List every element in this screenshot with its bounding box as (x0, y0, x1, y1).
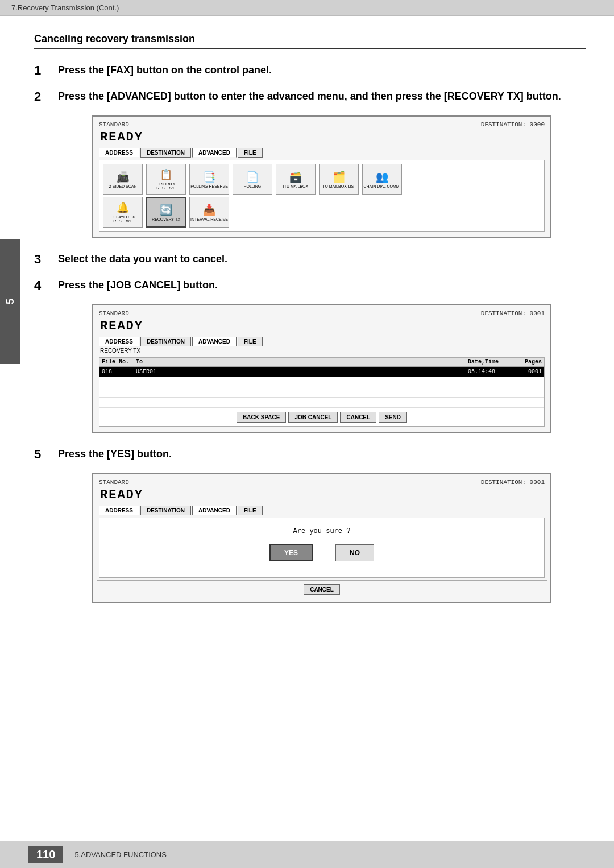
section-heading: Canceling recovery transmission (34, 33, 586, 49)
icon-interval-receive-graphic: 📥 (203, 204, 215, 216)
icon-priority-reserve-label: PRIORITY RESERVE (147, 182, 185, 190)
step-1-number: 1 (34, 63, 52, 78)
screen1-icon-row-1: 📠 2-SIDED SCAN 📋 PRIORITY RESERVE 📑 POLL… (103, 164, 541, 195)
icon-2sided-scan-label: 2-SIDED SCAN (109, 184, 136, 188)
icon-2sided-scan-graphic: 📠 (117, 171, 129, 183)
fax-screen-1: STANDARD DESTINATION: 0000 READY ADDRESS… (92, 115, 551, 238)
icon-priority-reserve[interactable]: 📋 PRIORITY RESERVE (146, 164, 186, 195)
recovery-table: File No. To Date,Time Pages 018 USER01 0… (99, 357, 545, 427)
screen2-section-label: RECOVERY TX (97, 346, 547, 355)
empty-row-2 (99, 377, 544, 387)
icon-delayed-tx[interactable]: 🔔 DELAYED TX RESERVE (103, 197, 143, 228)
screen1-container: STANDARD DESTINATION: 0000 READY ADDRESS… (58, 115, 586, 238)
no-button[interactable]: NO (335, 544, 374, 561)
icon-delayed-tx-label: DELAYED TX RESERVE (103, 215, 142, 223)
cancel-button-screen2[interactable]: CANCEL (340, 412, 376, 423)
icon-2sided-scan[interactable]: 📠 2-SIDED SCAN (103, 164, 143, 195)
screen1-icon-row-2: 🔔 DELAYED TX RESERVE 🔄 RECOVERY TX 📥 INT… (103, 197, 541, 228)
screen3-tabs: ADDRESS DESTINATION ADVANCED FILE (97, 503, 547, 515)
send-button[interactable]: SEND (379, 412, 407, 423)
screen1-tab-destination[interactable]: DESTINATION (140, 148, 191, 158)
icon-chain-dial-label: CHAIN DIAL COMM. (363, 184, 400, 188)
icon-polling-reserve-graphic: 📑 (203, 171, 215, 183)
backspace-button[interactable]: BACK SPACE (237, 412, 286, 423)
screen2-status: READY (97, 318, 547, 334)
icon-interval-receive-label: INTERVAL RECEIVE (190, 217, 228, 221)
screen3-status: READY (97, 487, 547, 503)
main-content: Canceling recovery transmission 1 Press … (0, 16, 614, 639)
icon-chain-dial[interactable]: 👥 CHAIN DIAL COMM. (362, 164, 402, 195)
icon-recovery-tx-label: RECOVERY TX (152, 217, 180, 221)
screen3-container: STANDARD DESTINATION: 0001 READY ADDRESS… (58, 473, 586, 603)
icon-chain-dial-graphic: 👥 (376, 171, 388, 183)
confirm-yes-no: YES NO (109, 544, 535, 561)
screen3-tab-advanced[interactable]: ADVANCED (192, 506, 237, 515)
icon-polling-reserve[interactable]: 📑 POLLING RESERVE (189, 164, 229, 195)
icon-itu-mailbox-list-label: ITU MAILBOX LIST (321, 184, 356, 188)
step-2: 2 Press the [ADVANCED] button to enter t… (34, 89, 586, 104)
footer-label: 5.ADVANCED FUNCTIONS (74, 850, 167, 859)
screen3-tab-file[interactable]: FILE (238, 506, 263, 515)
screen3-tab-address[interactable]: ADDRESS (99, 506, 139, 515)
screen3-tab-destination[interactable]: DESTINATION (140, 506, 191, 515)
step-3-number: 3 (34, 252, 52, 267)
icon-itu-mailbox-graphic: 🗃️ (289, 171, 302, 183)
step-1-text: Press the [FAX] button on the control pa… (58, 63, 272, 77)
icon-polling-reserve-label: POLLING RESERVE (190, 184, 228, 188)
table-row-1[interactable]: 018 USER01 05.14:48 0001 (99, 367, 544, 377)
row1-datetime: 05.14:48 (468, 369, 513, 375)
screen1-tab-file[interactable]: FILE (238, 148, 263, 158)
screen3-dest: DESTINATION: 0001 (481, 479, 545, 486)
icon-itu-mailbox-list[interactable]: 🗂️ ITU MAILBOX LIST (319, 164, 359, 195)
confirm-question: Are you sure ? (109, 527, 535, 535)
screen2-tab-address[interactable]: ADDRESS (99, 337, 139, 346)
icon-recovery-tx[interactable]: 🔄 RECOVERY TX (146, 197, 186, 228)
col-header-fileno: File No. (102, 359, 136, 365)
screen2-tab-advanced[interactable]: ADVANCED (192, 337, 237, 346)
step-4-number: 4 (34, 278, 52, 293)
screen2-tab-file[interactable]: FILE (238, 337, 263, 346)
bottom-bar: 110 5.ADVANCED FUNCTIONS (0, 841, 614, 868)
step-3-text: Select the data you want to cancel. (58, 252, 227, 266)
empty-row-4 (99, 398, 544, 408)
col-header-to: To (136, 359, 468, 365)
recovery-table-header: File No. To Date,Time Pages (99, 358, 544, 367)
yes-button[interactable]: YES (269, 544, 313, 561)
fax-screen-3-top: STANDARD DESTINATION: 0001 (97, 478, 547, 487)
fax-screen-1-top: STANDARD DESTINATION: 0000 (97, 120, 547, 129)
fax-screen-3: STANDARD DESTINATION: 0001 READY ADDRESS… (92, 473, 551, 603)
icon-polling-graphic: 📄 (246, 171, 259, 183)
page-number: 110 (28, 846, 63, 863)
top-bar-label: 7.Recovery Transmission (Cont.) (11, 3, 119, 12)
step-5-number: 5 (34, 447, 52, 462)
empty-row-3 (99, 387, 544, 398)
icon-polling-label: POLLING (244, 184, 261, 188)
screen1-tab-advanced[interactable]: ADVANCED (192, 148, 237, 158)
col-header-datetime: Date,Time (468, 359, 513, 365)
step-3: 3 Select the data you want to cancel. (34, 252, 586, 267)
screen2-tab-destination[interactable]: DESTINATION (140, 337, 191, 346)
confirm-body: Are you sure ? YES NO (99, 518, 545, 578)
screen3-mode: STANDARD (99, 479, 129, 486)
icon-recovery-tx-graphic: 🔄 (160, 204, 172, 216)
icon-interval-receive[interactable]: 📥 INTERVAL RECEIVE (189, 197, 229, 228)
cancel-button-screen3[interactable]: CANCEL (304, 584, 340, 595)
screen2-container: STANDARD DESTINATION: 0001 READY ADDRESS… (58, 304, 586, 433)
screen2-dest: DESTINATION: 0001 (481, 310, 545, 317)
job-cancel-button[interactable]: JOB CANCEL (288, 412, 338, 423)
step-4: 4 Press the [JOB CANCEL] button. (34, 278, 586, 293)
screen2-tabs: ADDRESS DESTINATION ADVANCED FILE (97, 334, 547, 346)
step-4-text: Press the [JOB CANCEL] button. (58, 278, 218, 292)
row1-pages: 0001 (513, 369, 542, 375)
screen1-dest: DESTINATION: 0000 (481, 121, 545, 128)
top-bar: 7.Recovery Transmission (Cont.) (0, 0, 614, 16)
icon-itu-mailbox[interactable]: 🗃️ ITU MAILBOX (276, 164, 316, 195)
icon-delayed-tx-graphic: 🔔 (117, 201, 129, 214)
confirm-cancel-bar: CANCEL (97, 580, 547, 598)
icon-polling[interactable]: 📄 POLLING (233, 164, 272, 195)
icon-itu-mailbox-list-graphic: 🗂️ (333, 171, 345, 183)
screen1-status: READY (97, 129, 547, 146)
screen2-mode: STANDARD (99, 310, 129, 317)
fax-screen-2-top: STANDARD DESTINATION: 0001 (97, 309, 547, 318)
screen1-tab-address[interactable]: ADDRESS (99, 148, 139, 158)
